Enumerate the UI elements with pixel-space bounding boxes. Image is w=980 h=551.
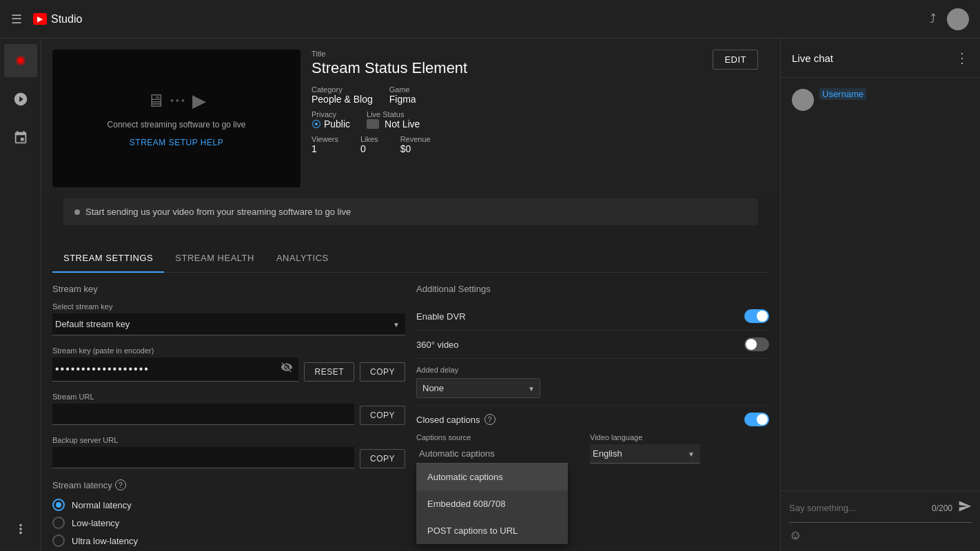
select-stream-key-label: Select stream key — [52, 302, 405, 311]
likes-value: 0 — [360, 143, 378, 154]
chat-messages-area: Username — [781, 78, 980, 490]
closed-captions-toggle-knob — [757, 414, 768, 425]
low-latency-label: Low-latency — [72, 518, 119, 528]
normal-latency-radio[interactable] — [52, 499, 65, 511]
sidebar-item-live[interactable] — [4, 44, 37, 77]
sidebar-item-camera[interactable] — [4, 83, 37, 116]
video-language-group: Video language English Spanish French Ge… — [590, 433, 769, 527]
game-value: Figma — [389, 94, 416, 105]
content-area: 🖥 ••• ▶ Connect streaming software to go… — [41, 39, 780, 551]
enable-dvr-toggle[interactable] — [744, 309, 769, 323]
chat-message-content: Username — [819, 89, 866, 111]
youtube-logo-icon: ▶ — [33, 13, 47, 25]
viewers-value: 1 — [312, 143, 338, 154]
closed-captions-label-group: Closed captions ? — [416, 414, 496, 425]
stream-key-input-wrapper — [52, 357, 298, 382]
video360-row: 360° video — [416, 331, 769, 359]
stream-url-input[interactable]: rtmp://a.rtmp.youtube.com/live2 — [52, 404, 354, 425]
category-label: Category — [312, 85, 373, 94]
hamburger-menu-button[interactable]: ☰ — [11, 12, 22, 27]
share-icon[interactable]: ⤴ — [930, 12, 936, 26]
low-latency-radio[interactable] — [52, 517, 65, 529]
copy-backup-url-button[interactable]: COPY — [360, 449, 405, 468]
svg-point-1 — [15, 56, 25, 65]
connect-text: Connect streaming software to go live — [108, 120, 246, 129]
stream-preview-section: 🖥 ••• ▶ Connect streaming software to go… — [41, 39, 780, 198]
stream-meta-row: Category People & Blog Game Figma — [312, 85, 467, 105]
chat-input-area: 0/200 ☺ — [781, 490, 980, 551]
preview-icons-row: 🖥 ••• ▶ — [147, 90, 206, 112]
stream-key-input[interactable] — [52, 357, 298, 382]
tab-stream-health[interactable]: STREAM HEALTH — [164, 245, 265, 273]
viewers-group: Viewers 1 — [312, 135, 338, 154]
video360-toggle[interactable] — [744, 337, 769, 351]
live-chat-panel: Live chat ⋮ Username 0/200 — [780, 39, 980, 551]
copy-stream-url-button[interactable]: COPY — [360, 406, 405, 425]
chat-toolbar: ☺ — [789, 528, 972, 543]
live-status-text: Not Live — [385, 118, 420, 129]
chat-send-button[interactable] — [958, 499, 972, 517]
sidebar-item-settings[interactable] — [4, 512, 37, 545]
backup-url-input-row: rtmp://b.rtmp.youtube.com/live2?backup=1… — [52, 447, 405, 468]
toggle-visibility-icon[interactable] — [280, 361, 293, 376]
video-language-label: Video language — [590, 433, 769, 441]
reset-button[interactable]: RESET — [304, 362, 354, 382]
enable-dvr-toggle-knob — [757, 311, 768, 322]
privacy-value: ⦿ Public — [312, 118, 350, 129]
status-dot-icon — [74, 209, 80, 215]
chat-more-menu-button[interactable]: ⋮ — [955, 50, 969, 66]
copy-key-button[interactable]: COPY — [360, 362, 405, 382]
tab-analytics[interactable]: ANALYTICS — [265, 245, 340, 273]
privacy-status-row: Privacy ⦿ Public Live Status N — [312, 110, 467, 129]
chat-header: Live chat ⋮ — [781, 39, 980, 78]
backup-url-group: Backup server URL rtmp://b.rtmp.youtube.… — [52, 436, 405, 468]
lang-select-wrapper: English Spanish French German Japanese — [590, 444, 700, 464]
tab-stream-settings[interactable]: STREAM SETTINGS — [52, 245, 164, 273]
dropdown-item-post[interactable]: POST captions to URL — [416, 517, 568, 544]
captions-source-selected-value: Automatic captions — [419, 448, 495, 459]
captions-source-label: Captions source — [416, 433, 568, 441]
dropdown-item-embedded[interactable]: Embedded 608/708 — [416, 490, 568, 517]
revenue-group: Revenue $0 — [400, 135, 431, 154]
video-language-select[interactable]: English Spanish French German Japanese — [590, 444, 700, 464]
likes-label: Likes — [360, 135, 378, 143]
live-indicator-icon — [367, 119, 379, 129]
viewers-label: Viewers — [312, 135, 338, 143]
title-label: Title — [312, 50, 467, 58]
live-status-group: Live Status Not Live — [367, 110, 420, 129]
revenue-label: Revenue — [400, 135, 431, 143]
closed-captions-help-icon[interactable]: ? — [484, 414, 496, 425]
sidebar-item-calendar[interactable] — [4, 121, 37, 154]
emoji-button[interactable]: ☺ — [789, 528, 802, 543]
normal-latency-label: Normal latency — [72, 500, 132, 510]
category-group: Category People & Blog — [312, 85, 373, 105]
added-delay-select[interactable]: None 5 seconds 10 seconds 15 seconds — [416, 378, 540, 398]
live-status-label: Live Status — [367, 110, 420, 118]
captions-source-select-field[interactable]: Automatic captions — [416, 444, 568, 464]
added-delay-select-wrapper: None 5 seconds 10 seconds 15 seconds — [416, 378, 540, 398]
edit-button[interactable]: EDIT — [713, 50, 758, 70]
nav-right: ⤴ — [930, 8, 969, 30]
select-stream-key-dropdown[interactable]: Default stream key — [52, 313, 405, 335]
latency-ultralow-option[interactable]: Ultra low-latency — [52, 534, 405, 547]
ultralow-latency-radio[interactable] — [52, 534, 65, 547]
chat-input-row: 0/200 — [789, 499, 972, 523]
latency-low-option[interactable]: Low-latency — [52, 517, 405, 529]
stream-setup-help-link[interactable]: STREAM SETUP HELP — [130, 138, 223, 147]
closed-captions-toggle[interactable] — [744, 413, 769, 426]
stream-url-label: Stream URL — [52, 393, 405, 401]
chat-input-field[interactable] — [789, 503, 926, 513]
captions-source-dropdown: Automatic captions Embedded 608/708 POST… — [416, 464, 568, 544]
select-stream-key-wrapper: Default stream key — [52, 313, 405, 335]
live-status-value: Not Live — [367, 118, 420, 129]
backup-url-input[interactable]: rtmp://b.rtmp.youtube.com/live2?backup=1 — [52, 447, 354, 468]
latency-normal-option[interactable]: Normal latency — [52, 499, 405, 511]
privacy-group: Privacy ⦿ Public — [312, 110, 350, 129]
latency-help-icon[interactable]: ? — [115, 479, 126, 490]
stream-info-panel: Title Stream Status Element Category Peo… — [300, 50, 769, 187]
play-icon: ▶ — [192, 90, 206, 112]
user-avatar[interactable] — [947, 8, 969, 30]
privacy-radio-icon: ⦿ — [312, 118, 321, 129]
category-value: People & Blog — [312, 94, 373, 105]
dropdown-item-automatic[interactable]: Automatic captions — [416, 464, 568, 490]
